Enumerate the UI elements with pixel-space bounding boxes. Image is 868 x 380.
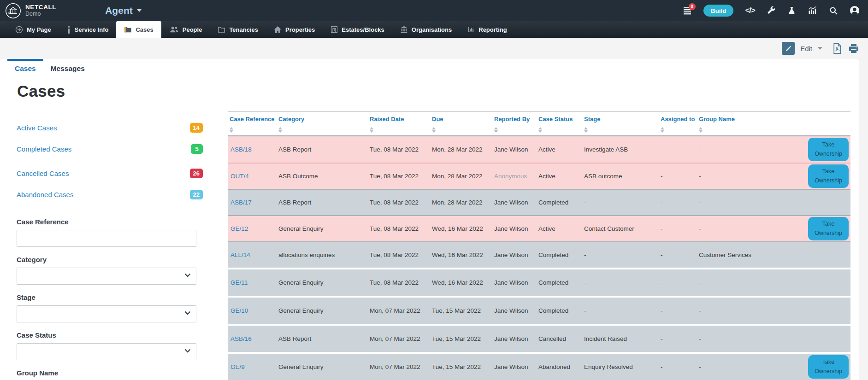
page-tabs: Cases Messages [7, 59, 859, 77]
case-reference-link[interactable]: ASB/17 [230, 199, 252, 206]
flask-icon[interactable] [787, 6, 796, 15]
cell-assigned-to: - [658, 199, 696, 206]
brand-logo[interactable]: NETCALL Demo [5, 2, 56, 19]
column-header-reported-by[interactable]: Reported By [491, 116, 536, 133]
case-reference-link[interactable]: GE/9 [230, 363, 245, 370]
case-reference-link[interactable]: GE/10 [230, 307, 248, 314]
edit-button[interactable] [782, 42, 795, 55]
filter-label: Case Status [17, 331, 196, 339]
search-icon[interactable] [829, 6, 838, 15]
column-header-stage[interactable]: Stage [581, 116, 658, 133]
table-row: GE/9 General Enquiry Mon, 07 Mar 2022 Tu… [228, 354, 850, 380]
category-select[interactable] [17, 268, 196, 285]
wrench-icon[interactable] [767, 6, 776, 15]
nav-tab-cases[interactable]: Cases [116, 21, 161, 38]
nav-tab-my-page[interactable]: My Page [7, 21, 59, 38]
sidebar-link-cancelled-cases[interactable]: Cancelled Cases 26 [17, 163, 203, 184]
take-ownership-button[interactable]: Take Ownership [808, 217, 849, 240]
sort-icon[interactable] [278, 127, 282, 133]
cell-case-status: Abandoned [536, 363, 581, 370]
column-header-case-reference[interactable]: Case Reference [228, 116, 276, 133]
case-link-label[interactable]: Abandoned Cases [17, 191, 73, 199]
cell-actions: Take Ownership [805, 355, 850, 379]
case-reference-link[interactable]: ASB/18 [230, 146, 252, 153]
sidebar-link-abandoned-cases[interactable]: Abandoned Cases 22 [17, 184, 203, 205]
properties-home-icon [274, 26, 282, 33]
sort-icon[interactable] [370, 127, 373, 133]
column-label: Case Status [538, 116, 581, 123]
cell-due: Mon, 28 Mar 2022 [429, 146, 491, 153]
sort-icon[interactable] [699, 127, 703, 133]
column-header-raised-date[interactable]: Raised Date [367, 116, 429, 133]
cell-reported-by: Jane Wilson [491, 307, 536, 314]
case-reference-link[interactable]: ALL/14 [230, 251, 250, 258]
case-reference-link[interactable]: OUT/4 [230, 173, 249, 180]
column-label: Case Reference [230, 116, 276, 123]
stage-select[interactable] [17, 305, 196, 322]
nav-tab-tenancies[interactable]: Tenancies [210, 21, 266, 38]
sort-icon[interactable] [432, 127, 436, 133]
cell-due: Wed, 16 Mar 2022 [429, 225, 491, 232]
column-header-assigned-to[interactable]: Assigned to [658, 116, 696, 133]
column-header-case-status[interactable]: Case Status [536, 116, 581, 133]
agent-menu-label: Agent [105, 5, 133, 16]
stats-chart-icon[interactable] [808, 6, 817, 15]
service-info-icon [67, 26, 71, 34]
agent-menu[interactable]: Agent [105, 5, 142, 16]
cell-reported-by: Jane Wilson [491, 363, 536, 370]
column-header-actions [805, 116, 850, 133]
case-link-label[interactable]: Cancelled Cases [17, 170, 69, 177]
nav-tab-organisations[interactable]: Organisations [392, 21, 460, 38]
take-ownership-button[interactable]: Take Ownership [808, 164, 849, 188]
nav-tab-people[interactable]: People [161, 21, 210, 38]
code-icon[interactable]: </> [745, 6, 755, 15]
cell-raised-date: Tue, 08 Mar 2022 [367, 146, 429, 153]
cell-stage: Enquiry Resolved [581, 363, 658, 370]
edit-label[interactable]: Edit [800, 45, 812, 53]
cell-assigned-to: - [658, 335, 696, 342]
sort-icon[interactable] [230, 127, 233, 133]
case-reference-link[interactable]: ASB/16 [230, 335, 252, 342]
cell-case-reference: ALL/14 [228, 251, 276, 258]
nav-tab-estates-blocks[interactable]: Estates/Blocks [323, 21, 392, 38]
cell-due: Tue, 15 Mar 2022 [429, 307, 491, 314]
edit-dropdown-caret[interactable] [818, 47, 822, 50]
build-button[interactable]: Build [703, 5, 734, 17]
case-status-select[interactable] [17, 343, 196, 360]
filters-form: Case Reference Category Stage Case Statu… [17, 218, 196, 380]
sidebar-link-active-cases[interactable]: Active Cases 14 [17, 117, 203, 138]
notifications-icon[interactable]: 0 [683, 6, 692, 15]
nav-tab-service-info[interactable]: Service Info [59, 21, 117, 38]
case-reference-input[interactable] [17, 230, 196, 247]
cell-case-reference: ASB/18 [228, 146, 276, 153]
sort-icon[interactable] [661, 127, 664, 133]
nav-tab-reporting[interactable]: Reporting [460, 21, 514, 38]
column-label: Reported By [494, 116, 536, 123]
case-reference-link[interactable]: GE/11 [230, 279, 248, 286]
nav-tab-label: Estates/Blocks [342, 26, 384, 33]
take-ownership-button[interactable]: Take Ownership [808, 355, 849, 379]
sort-icon[interactable] [584, 127, 588, 133]
nav-tab-properties[interactable]: Properties [266, 21, 323, 38]
column-header-category[interactable]: Category [276, 116, 367, 133]
cell-case-status: Completed [536, 307, 581, 314]
column-header-group-name[interactable]: Group Name [696, 116, 805, 133]
user-avatar-icon[interactable] [850, 6, 860, 16]
case-reference-link[interactable]: GE/12 [230, 225, 248, 232]
cell-case-status: Completed [536, 279, 581, 286]
case-link-label[interactable]: Active Cases [17, 124, 57, 132]
page-title: Cases [17, 82, 859, 100]
cell-case-reference: OUT/4 [228, 173, 276, 180]
sidebar-link-completed-cases[interactable]: Completed Cases 5 [17, 138, 203, 159]
tab-messages[interactable]: Messages [43, 59, 92, 77]
case-link-label[interactable]: Completed Cases [17, 145, 71, 153]
cell-due: Tue, 15 Mar 2022 [429, 335, 491, 342]
filter-label: Stage [17, 293, 196, 301]
export-pdf-icon[interactable] [833, 43, 842, 54]
print-icon[interactable] [848, 43, 860, 54]
sort-icon[interactable] [494, 127, 498, 133]
sort-icon[interactable] [538, 127, 542, 133]
take-ownership-button[interactable]: Take Ownership [808, 138, 849, 161]
column-header-due[interactable]: Due [429, 116, 491, 133]
tab-cases[interactable]: Cases [7, 59, 43, 77]
